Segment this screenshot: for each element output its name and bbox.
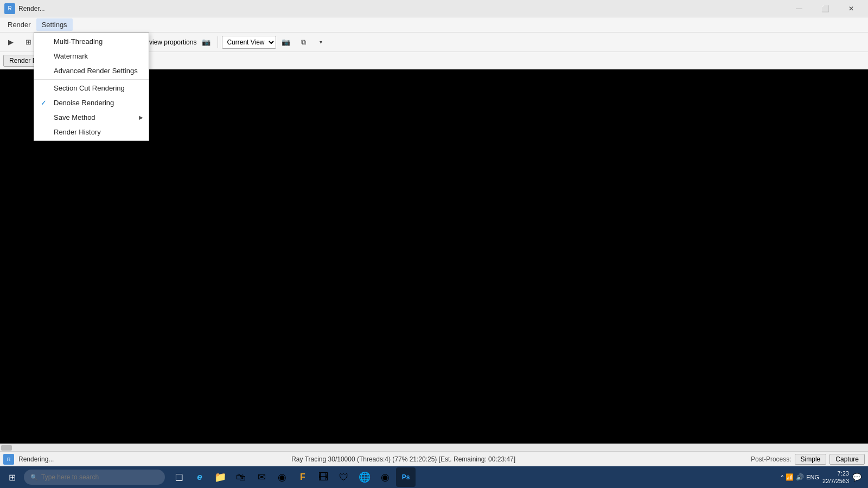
layers-button[interactable]: ⧉ xyxy=(296,35,311,50)
clock-time: 7:23 xyxy=(822,470,849,477)
view-select[interactable]: Current View Front View Top View xyxy=(222,36,276,49)
camera-button[interactable]: 📷 xyxy=(278,35,293,50)
status-app-icon: R xyxy=(3,454,14,465)
taskbar-apps: ❏ e 📁 🛍 ✉ ◉ F 🎞 🛡 🌐 ◉ Ps xyxy=(169,467,416,487)
system-tray: ^ 📶 🔊 ENG xyxy=(781,473,820,481)
post-process-label: Post-Process: xyxy=(751,455,792,463)
folder-button[interactable]: 📁 xyxy=(210,467,230,487)
capture-button[interactable]: Capture xyxy=(829,454,865,465)
clock-date: 22/7/2563 xyxy=(822,477,849,485)
menu-denoise[interactable]: ✓ Denoise Rendering xyxy=(34,95,149,110)
language-label: ENG xyxy=(806,474,819,480)
menu-item-label: Render History xyxy=(54,128,101,136)
minimize-button[interactable]: — xyxy=(787,0,812,17)
title-bar-controls: — ⬜ ✕ xyxy=(787,0,864,17)
window-title: Render... xyxy=(18,5,787,12)
menu-item-label: Advanced Render Settings xyxy=(54,67,138,75)
h-scrollbar[interactable] xyxy=(0,444,868,451)
taskbar: ⊞ 🔍 ❏ e 📁 🛍 ✉ ◉ F 🎞 🛡 🌐 ◉ Ps ^ 📶 🔊 ENG xyxy=(0,466,868,488)
taskview-button[interactable]: ❏ xyxy=(169,467,189,487)
menu-section-cut[interactable]: Section Cut Rendering xyxy=(34,81,149,95)
menu-settings[interactable]: Settings xyxy=(36,18,73,31)
chrome2-button[interactable]: ◉ xyxy=(375,467,395,487)
play-button[interactable]: ▶ xyxy=(3,35,18,50)
rendering-status: Rendering... xyxy=(18,455,54,463)
menu-item-label: Save Method xyxy=(54,113,95,121)
shield-button[interactable]: 🛡 xyxy=(334,467,354,487)
menu-render[interactable]: Render xyxy=(2,18,36,31)
search-icon: 🔍 xyxy=(30,474,38,481)
tray-chevron[interactable]: ^ xyxy=(781,474,784,480)
simple-button[interactable]: Simple xyxy=(795,454,827,465)
menu-multi-threading[interactable]: Multi-Threading xyxy=(34,34,149,49)
ps-button[interactable]: Ps xyxy=(396,467,416,487)
menu-watermark[interactable]: Watermark xyxy=(34,49,149,63)
status-right-panel: Post-Process: Simple Capture xyxy=(751,454,865,465)
settings-dropdown: Multi-Threading Watermark Advanced Rende… xyxy=(34,33,149,141)
notification-icon[interactable]: 💬 xyxy=(852,473,861,481)
separator1 xyxy=(218,36,218,48)
title-bar: R Render... — ⬜ ✕ xyxy=(0,0,868,17)
menu-item-label: Section Cut Rendering xyxy=(54,84,125,92)
mail-button[interactable]: ✉ xyxy=(252,467,271,487)
volume-icon: 🔊 xyxy=(796,473,804,481)
search-bar[interactable]: 🔍 xyxy=(24,470,165,485)
menu-item-label: Denoise Rendering xyxy=(54,99,114,107)
layers-dropdown[interactable]: ▾ xyxy=(313,35,328,50)
store-button[interactable]: 🛍 xyxy=(231,467,251,487)
start-button[interactable]: ⊞ xyxy=(2,467,22,487)
edge-button[interactable]: e xyxy=(190,467,209,487)
menu-item-label: Multi-Threading xyxy=(54,37,103,46)
taskbar-right: ^ 📶 🔊 ENG 7:23 22/7/2563 💬 xyxy=(781,470,866,485)
system-clock[interactable]: 7:23 22/7/2563 xyxy=(822,470,849,485)
wifi-icon: 📶 xyxy=(786,473,794,481)
menu-separator xyxy=(34,79,149,80)
menu-render-history[interactable]: Render History xyxy=(34,125,149,139)
app-icon: R xyxy=(4,3,15,14)
main-window: R Render... — ⬜ ✕ Render Settings ▶ ⊞ 25… xyxy=(0,0,868,488)
submenu-arrow-icon: ▶ xyxy=(139,114,143,120)
menu-save-method[interactable]: Save Method ▶ xyxy=(34,110,149,125)
chrome-button[interactable]: ◉ xyxy=(272,467,292,487)
maximize-button[interactable]: ⬜ xyxy=(813,0,838,17)
video-button[interactable]: 🎞 xyxy=(314,467,333,487)
status-bar: R Rendering... Ray Tracing 30/10000 (Thr… xyxy=(0,451,868,466)
close-button[interactable]: ✕ xyxy=(839,0,864,17)
menu-bar: Render Settings xyxy=(0,17,868,33)
app-f-button[interactable]: F xyxy=(293,467,312,487)
screenshot-button[interactable]: 📷 xyxy=(199,35,214,50)
check-icon: ✓ xyxy=(41,99,47,107)
menu-advanced-render[interactable]: Advanced Render Settings xyxy=(34,63,149,78)
h-scroll-thumb[interactable] xyxy=(1,445,12,451)
ray-tracing-status: Ray Tracing 30/10000 (Threads:4) (77% 21… xyxy=(56,455,751,463)
search-input[interactable] xyxy=(41,473,158,481)
browser-button[interactable]: 🌐 xyxy=(355,467,374,487)
menu-item-label: Watermark xyxy=(54,52,88,60)
